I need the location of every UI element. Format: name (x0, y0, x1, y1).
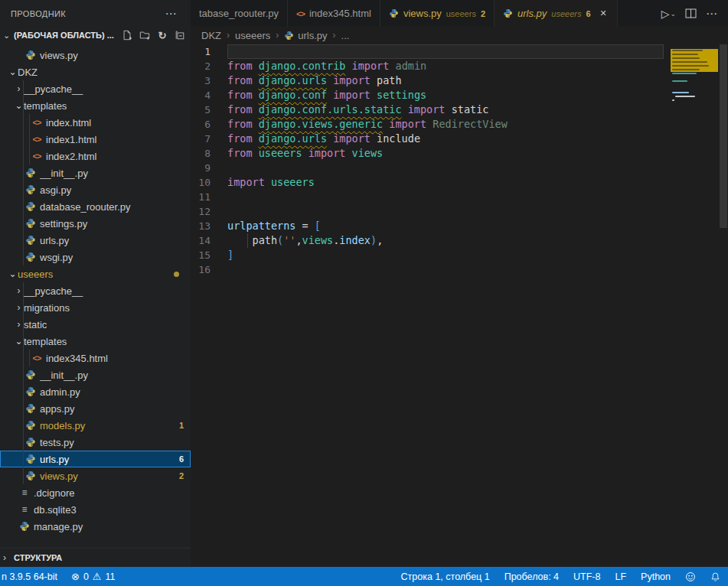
file-label: index1.html (46, 134, 191, 145)
html-icon: <> (31, 151, 42, 161)
tree-item-templates[interactable]: ⌄templates (0, 333, 191, 350)
tree-item--dcignore[interactable]: ≡.dcignore (0, 484, 191, 501)
code-line-15[interactable]: 15] (191, 248, 728, 262)
tab-tabase-roouter-py[interactable]: tabase_roouter.py (191, 0, 288, 27)
code-line-2[interactable]: 2from django.contrib import admin (191, 59, 728, 73)
problems-status[interactable]: ⊗ 0 ⚠ 11 (71, 571, 116, 582)
breadcrumb-item[interactable]: urls.py (284, 30, 327, 41)
status-item[interactable]: LF (615, 571, 626, 582)
tree-item-asgi-py[interactable]: asgi.py (0, 181, 191, 198)
tree-item-db-sqlite3[interactable]: ≡db.sqlite3 (0, 501, 191, 518)
explorer-actions: ↻ (121, 29, 186, 41)
split-editor-icon[interactable] (682, 7, 700, 20)
line-number[interactable]: 9 (191, 161, 227, 175)
minimap-line (672, 99, 674, 101)
tree-item-views-py[interactable]: views.py2 (0, 467, 191, 484)
line-number[interactable]: 10 (191, 175, 227, 190)
line-number[interactable]: 3 (191, 73, 227, 88)
outline-section-header[interactable]: › СТРУКТУРА (0, 548, 191, 567)
line-number[interactable]: 5 (191, 103, 227, 117)
status-item[interactable]: Python (641, 571, 671, 582)
line-number[interactable]: 6 (191, 117, 227, 132)
code-line-3[interactable]: 3from django.urls import path (191, 73, 728, 88)
editor-scrollbar[interactable] (719, 44, 728, 567)
status-item[interactable]: Пробелов: 4 (504, 571, 559, 582)
tree-item-models-py[interactable]: models.py1 (0, 417, 191, 434)
collapse-all-icon[interactable] (174, 29, 186, 41)
tree-item-database-roouter-py[interactable]: database_roouter.py (0, 198, 191, 215)
new-folder-icon[interactable] (139, 29, 151, 41)
code-line-12[interactable]: 12 (191, 204, 728, 219)
tree-item--init-py[interactable]: __init__.py (0, 366, 191, 383)
line-number[interactable]: 1 (191, 44, 227, 59)
minimap[interactable] (668, 44, 718, 567)
tree-item-static[interactable]: ›static (0, 316, 191, 333)
tree-item-admin-py[interactable]: admin.py (0, 383, 191, 400)
more-editor-actions-icon[interactable]: ⋯ (703, 5, 720, 22)
code-line-13[interactable]: 13urlpatterns = [ (191, 219, 728, 233)
line-number[interactable]: 12 (191, 204, 227, 219)
more-actions-icon[interactable]: ⋯ (162, 7, 180, 21)
code-line-5[interactable]: 5from django.conf.urls.static import sta… (191, 103, 728, 117)
tree-item-settings-py[interactable]: settings.py (0, 215, 191, 232)
line-number[interactable]: 11 (191, 190, 227, 204)
tree-item--pycache-[interactable]: ›__pycache__ (0, 80, 191, 97)
workspace-section-header[interactable]: ⌄ (РАБОЧАЯ ОБЛАСТЬ) ... ↻ (0, 27, 191, 44)
code-line-16[interactable]: 16 (191, 262, 728, 277)
tree-item-wsgi-py[interactable]: wsgi.py (0, 249, 191, 265)
code-editor[interactable]: 12from django.contrib import admin3from … (191, 44, 728, 567)
tree-item-urls-py[interactable]: urls.py (0, 232, 191, 249)
chevron-down-icon: ⌄ (8, 269, 18, 279)
code-line-4[interactable]: 4from django.conf import settings (191, 88, 728, 103)
scrollbar-thumb[interactable] (720, 44, 727, 228)
status-item[interactable]: UTF-8 (573, 571, 600, 582)
tree-item-tests-py[interactable]: tests.py (0, 434, 191, 451)
tree-item-apps-py[interactable]: apps.py (0, 400, 191, 417)
refresh-icon[interactable]: ↻ (156, 29, 168, 41)
tree-item-useeers[interactable]: ⌄useeers (0, 265, 191, 282)
tab-urls-py[interactable]: urls.pyuseeers6✕ (495, 0, 618, 27)
line-number[interactable]: 7 (191, 132, 227, 146)
tab-label: index345.html (309, 8, 371, 19)
line-number[interactable]: 2 (191, 59, 227, 73)
problems-badge: 2 (179, 471, 184, 480)
tab-problems-badge: 2 (481, 9, 485, 18)
code-line-6[interactable]: 6from django.views.generic import Redire… (191, 117, 728, 132)
python-version-status[interactable]: n 3.9.5 64-bit (2, 571, 57, 582)
python-icon (25, 252, 36, 262)
tree-item--pycache-[interactable]: ›__pycache__ (0, 282, 191, 299)
breadcrumb-item[interactable]: ... (341, 30, 350, 41)
tree-item-migrations[interactable]: ›migrations (0, 299, 191, 316)
code-line-10[interactable]: 10import useeers (191, 175, 728, 190)
new-file-icon[interactable] (121, 29, 133, 41)
tab-views-py[interactable]: views.pyuseeers2 (380, 0, 495, 27)
breadcrumb-item[interactable]: useeers (235, 30, 270, 41)
editor-actions: ▷⌄ ⋯ (658, 0, 728, 27)
tab-index345-html[interactable]: <>index345.html (288, 0, 380, 27)
feedback-smiley-icon[interactable] (685, 571, 696, 582)
line-number[interactable]: 15 (191, 248, 227, 262)
tree-item--init-py[interactable]: __init__.py (0, 164, 191, 181)
breadcrumb-item[interactable]: DKZ (201, 30, 221, 41)
code-line-1[interactable]: 1 (191, 44, 728, 59)
code-line-9[interactable]: 9 (191, 161, 728, 175)
line-number[interactable]: 8 (191, 146, 227, 161)
code-line-7[interactable]: 7from django.urls import include (191, 132, 728, 146)
line-number[interactable]: 16 (191, 262, 227, 277)
code-line-11[interactable]: 11 (191, 190, 728, 204)
run-button[interactable]: ▷⌄ (658, 6, 679, 21)
code-line-8[interactable]: 8from useeers import views (191, 146, 728, 161)
code-line-14[interactable]: 14 path('',views.index), (191, 233, 728, 248)
line-number[interactable]: 13 (191, 219, 227, 233)
notifications-bell-icon[interactable] (710, 571, 720, 582)
tree-item-views-py[interactable]: views.py (0, 47, 191, 63)
line-number[interactable]: 4 (191, 88, 227, 103)
tree-item-urls-py[interactable]: urls.py6 (0, 451, 191, 467)
tree-item-DKZ[interactable]: ⌄DKZ (0, 63, 191, 80)
line-number[interactable]: 14 (191, 233, 227, 248)
file-label: asgi.py (40, 184, 191, 196)
close-icon[interactable]: ✕ (599, 8, 609, 19)
tree-item-manage-py[interactable]: manage.py (0, 518, 191, 535)
tree-item-templates[interactable]: ⌄templates (0, 97, 191, 114)
status-item[interactable]: Строка 1, столбец 1 (401, 571, 490, 582)
